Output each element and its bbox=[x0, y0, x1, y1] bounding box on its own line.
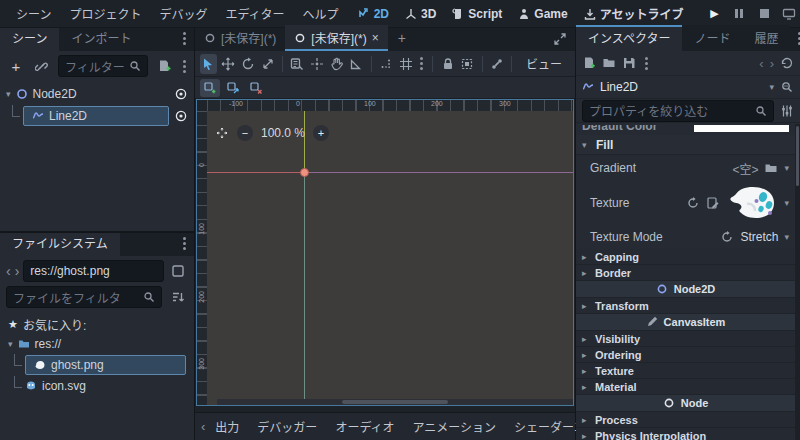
tab-node[interactable]: ノード bbox=[682, 25, 742, 51]
file-filter-input[interactable]: ファイルをフィルタ bbox=[6, 286, 162, 308]
grid-snap-button[interactable] bbox=[397, 54, 414, 74]
pivot-tool-button[interactable] bbox=[309, 54, 326, 74]
inspector-scrollbar[interactable] bbox=[795, 124, 800, 440]
tab-history[interactable]: 履歴 bbox=[742, 25, 790, 51]
new-scene-tab-button[interactable]: + bbox=[388, 28, 416, 51]
scale-tool-button[interactable] bbox=[259, 54, 276, 74]
inspector-tools-icon[interactable] bbox=[780, 104, 794, 118]
menu-project[interactable]: プロジェクト bbox=[61, 2, 149, 25]
rotate-tool-button[interactable] bbox=[239, 54, 256, 74]
smart-snap-button[interactable] bbox=[378, 54, 395, 74]
texture-mode-dropdown-icon[interactable]: ▾ bbox=[784, 232, 789, 242]
select-tool-button[interactable] bbox=[200, 54, 217, 74]
property-filter-input[interactable]: プロパティを絞り込む bbox=[582, 100, 774, 122]
tree-row-icon-svg[interactable]: icon.svg bbox=[4, 376, 190, 396]
edit-resource-icon[interactable] bbox=[706, 196, 720, 210]
group-process[interactable]: ▸Process bbox=[576, 412, 795, 428]
property-texture-mode[interactable]: Texture Mode Stretch ▾ bbox=[576, 225, 795, 249]
history-forward-icon[interactable]: › bbox=[770, 56, 774, 71]
color-swatch[interactable] bbox=[694, 125, 789, 132]
panel-debugger[interactable]: デバッガー bbox=[249, 415, 325, 438]
group-ordering[interactable]: ▸Ordering bbox=[576, 347, 795, 363]
nav-back-button[interactable]: ‹ bbox=[6, 263, 11, 279]
nav-forward-button[interactable]: › bbox=[15, 263, 20, 279]
gradient-empty-value[interactable]: <空> bbox=[732, 160, 758, 177]
add-point-tool[interactable] bbox=[200, 79, 220, 97]
tab-game[interactable]: Game bbox=[511, 4, 574, 24]
tab-filesystem[interactable]: ファイルシステム bbox=[0, 233, 120, 256]
texture-ghost-preview[interactable] bbox=[726, 185, 778, 221]
scene-tab-1[interactable]: [未保存](*) bbox=[195, 25, 285, 51]
panel-output[interactable]: 出力 bbox=[207, 415, 247, 438]
menu-scene[interactable]: シーン bbox=[8, 2, 59, 25]
2d-canvas[interactable]: − 100.0 % + bbox=[207, 111, 573, 405]
collapse-arrow-icon[interactable]: ▾ bbox=[6, 89, 11, 99]
tab-3d[interactable]: 3D bbox=[398, 4, 443, 24]
origin-point[interactable] bbox=[300, 168, 309, 177]
lock-object-button[interactable] bbox=[439, 54, 456, 74]
move-point-tool[interactable] bbox=[223, 79, 243, 97]
revert-icon[interactable] bbox=[686, 196, 700, 210]
pan-tool-button[interactable] bbox=[328, 54, 345, 74]
group-object-button[interactable] bbox=[459, 54, 476, 74]
tree-row-res-root[interactable]: ▾ res:// bbox=[4, 334, 190, 354]
panel-audio[interactable]: オーディオ bbox=[327, 415, 402, 438]
tree-row-ghost-png[interactable]: ghost.png bbox=[4, 354, 190, 376]
menu-editor[interactable]: エディター bbox=[217, 2, 292, 25]
skeleton-options-button[interactable] bbox=[489, 54, 506, 74]
filesystem-menu-icon[interactable] bbox=[182, 237, 186, 250]
current-path-field[interactable]: res://ghost.png bbox=[23, 260, 164, 282]
scene-tab-2[interactable]: [未保存](*) × bbox=[285, 25, 387, 51]
scene-filter-input[interactable]: フィルター: 名前 bbox=[58, 55, 148, 77]
expand-viewport-icon[interactable] bbox=[553, 32, 567, 46]
group-visibility[interactable]: ▸Visibility bbox=[576, 331, 795, 347]
panel-scroll-left-icon[interactable]: ‹ bbox=[201, 419, 205, 434]
sort-files-icon[interactable] bbox=[168, 287, 188, 307]
visibility-eye-icon[interactable] bbox=[174, 87, 188, 101]
collapse-arrow-icon[interactable]: ▾ bbox=[8, 339, 13, 349]
add-node-button[interactable]: + bbox=[6, 56, 26, 76]
select-list-button[interactable] bbox=[289, 54, 306, 74]
tab-import[interactable]: インポート bbox=[59, 28, 143, 51]
zoom-out-button[interactable]: − bbox=[237, 125, 253, 141]
gradient-dropdown-icon[interactable]: ▾ bbox=[784, 163, 789, 173]
snap-options-menu-icon[interactable] bbox=[420, 57, 423, 70]
group-border[interactable]: ▸Border bbox=[576, 265, 795, 281]
toggle-split-mode-icon[interactable] bbox=[168, 261, 188, 281]
resource-menu-icon[interactable] bbox=[644, 57, 648, 70]
edit-history-icon[interactable] bbox=[780, 56, 794, 70]
view-menu-button[interactable]: ビュー bbox=[518, 53, 570, 74]
new-resource-icon[interactable] bbox=[582, 56, 596, 70]
play-button[interactable]: ▶ bbox=[706, 6, 722, 22]
menu-debug[interactable]: デバッグ bbox=[151, 2, 215, 25]
property-gradient[interactable]: Gradient <空> ▾ bbox=[576, 155, 795, 181]
zoom-in-button[interactable]: + bbox=[313, 125, 329, 141]
tree-row-node2d[interactable]: ▾ Node2D bbox=[2, 83, 192, 105]
menu-help[interactable]: ヘルプ bbox=[295, 2, 347, 25]
tree-row-line2d[interactable]: Line2D bbox=[2, 105, 192, 127]
visibility-eye-icon[interactable] bbox=[174, 109, 188, 123]
tab-assetlib[interactable]: アセットライブ bbox=[577, 2, 691, 25]
revert-icon[interactable] bbox=[720, 230, 734, 244]
stop-button[interactable] bbox=[756, 6, 772, 22]
canvas-hscrollbar[interactable] bbox=[217, 399, 573, 405]
group-transform[interactable]: ▸Transform bbox=[576, 298, 795, 314]
section-fill[interactable]: ▾Fill bbox=[576, 135, 795, 155]
tab-scene[interactable]: シーン bbox=[0, 28, 59, 51]
favorites-header[interactable]: ★ お気に入り: bbox=[4, 314, 190, 334]
scene-tree-menu-icon[interactable] bbox=[182, 60, 186, 73]
history-back-icon[interactable]: ‹ bbox=[759, 56, 763, 71]
property-default-color-partial[interactable]: Default Color bbox=[576, 125, 795, 135]
ruler-tool-button[interactable] bbox=[348, 54, 365, 74]
property-texture[interactable]: Texture ▾ bbox=[576, 181, 795, 225]
texture-mode-select[interactable]: Stretch bbox=[740, 230, 778, 244]
group-capping[interactable]: ▸Capping bbox=[576, 249, 795, 265]
panel-animation[interactable]: アニメーション bbox=[405, 415, 505, 438]
close-tab-icon[interactable]: × bbox=[372, 31, 379, 45]
node-dropdown-icon[interactable]: ▾ bbox=[769, 82, 774, 92]
load-resource-icon[interactable] bbox=[602, 56, 616, 70]
instance-scene-button[interactable] bbox=[32, 56, 52, 76]
zoom-percent[interactable]: 100.0 % bbox=[261, 126, 305, 140]
group-physics-interpolation[interactable]: ▸Physics Interpolation bbox=[576, 428, 795, 440]
remote-debug-icon[interactable] bbox=[781, 6, 797, 22]
